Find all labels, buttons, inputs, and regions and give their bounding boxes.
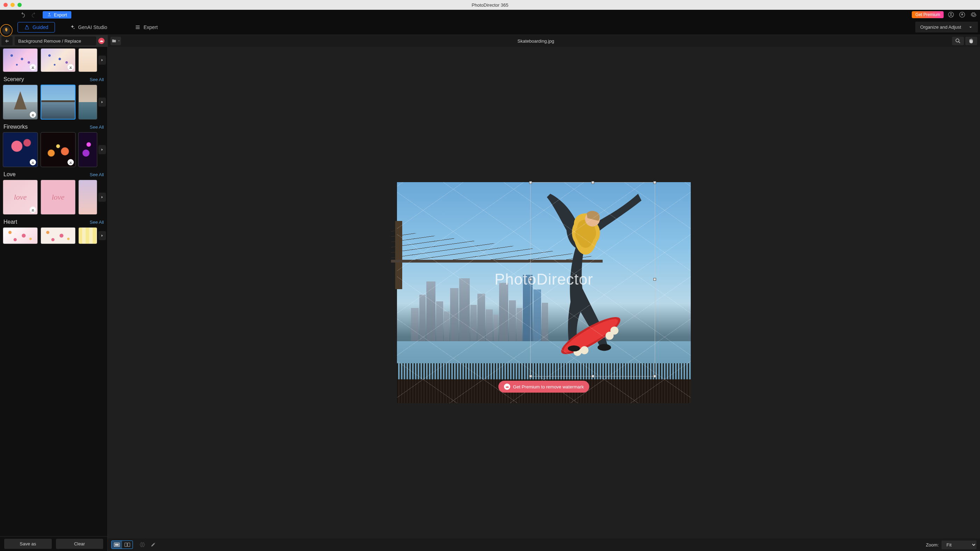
download-icon — [30, 64, 36, 70]
bg-thumb-fireworks-purple[interactable] — [78, 132, 97, 167]
selection-handle-n[interactable] — [592, 181, 594, 184]
sidebar-title: Background Remove / Replace — [15, 37, 96, 46]
svg-point-3 — [27, 25, 28, 26]
window-zoom[interactable] — [18, 3, 22, 7]
clear-button[interactable]: Clear — [56, 539, 103, 549]
zoom-label: Zoom: — [926, 542, 939, 548]
row-next-button[interactable] — [98, 193, 106, 202]
export-button-label: Export — [54, 12, 67, 17]
top-toolbar: Export Get Premium — [0, 10, 980, 19]
premium-crown-badge — [98, 38, 105, 44]
view-mode-toggle — [111, 540, 133, 549]
view-single[interactable] — [111, 541, 122, 549]
svg-point-4 — [956, 39, 959, 42]
see-all-link[interactable]: See All — [90, 124, 104, 130]
tab-genai-studio[interactable]: GenAI Studio — [63, 22, 113, 32]
image-preview[interactable]: PhotoDirector Get Premium to remove wa — [397, 182, 691, 403]
selection-handle-ne[interactable] — [653, 181, 656, 184]
row-next-button[interactable] — [98, 98, 106, 106]
account-icon[interactable] — [947, 11, 955, 19]
chevron-down-icon — [968, 25, 973, 30]
tab-expert-label: Expert — [143, 24, 158, 30]
selection-box[interactable] — [530, 182, 655, 376]
window-title: PhotoDirector 365 — [0, 2, 980, 8]
bg-thumb-love-pastel[interactable] — [78, 180, 97, 215]
bg-thumb-venice-canal[interactable] — [78, 84, 97, 119]
svg-point-1 — [950, 13, 952, 15]
row-next-button[interactable] — [98, 145, 106, 154]
tab-guided-label: Guided — [32, 24, 48, 30]
bg-thumb-love-script-2[interactable]: love — [41, 180, 76, 215]
bg-thumb-fireworks-gold[interactable] — [41, 132, 76, 167]
settings-icon[interactable] — [969, 11, 977, 19]
svg-rect-16 — [125, 543, 127, 547]
crown-icon — [504, 384, 510, 390]
selection-handle-nw[interactable] — [529, 181, 532, 184]
svg-rect-15 — [115, 544, 119, 546]
download-icon — [67, 64, 74, 70]
download-icon — [30, 206, 36, 213]
tab-expert[interactable]: Expert — [129, 22, 164, 32]
selection-handle-s[interactable] — [592, 375, 594, 378]
canvas-body[interactable]: PhotoDirector Get Premium to remove wa — [108, 47, 980, 538]
tab-genai-label: GenAI Studio — [78, 24, 107, 30]
row-next-button[interactable] — [98, 56, 106, 65]
back-button[interactable] — [2, 37, 13, 46]
canvas-footer: Zoom: Fit — [108, 538, 980, 551]
eyedropper-button[interactable] — [149, 541, 157, 549]
export-button[interactable]: Export — [43, 11, 72, 19]
download-icon — [67, 159, 74, 165]
app-logo[interactable] — [0, 24, 13, 37]
view-split[interactable] — [122, 541, 132, 549]
premium-nag-label: Get Premium to remove watermark — [513, 384, 584, 389]
selection-handle-w[interactable] — [529, 278, 532, 281]
category-name: Heart — [3, 219, 17, 225]
redo-button[interactable] — [30, 11, 38, 19]
zoom-select[interactable]: Fit — [942, 540, 977, 549]
bg-thumb-butterfly-warm[interactable] — [78, 48, 97, 72]
bg-thumb-hearts-stripe[interactable] — [78, 227, 97, 244]
bg-thumb-love-script-1[interactable]: love — [3, 180, 38, 215]
sidebar-scroll[interactable]: Scenery See AllFireworks See AllLove See… — [0, 47, 107, 536]
notifications-icon[interactable] — [958, 11, 966, 19]
see-all-link[interactable]: See All — [90, 172, 104, 177]
category-name: Scenery — [3, 76, 24, 83]
bg-thumb-butterfly-sky-1[interactable] — [3, 48, 38, 72]
download-icon — [30, 111, 36, 118]
mode-tabbar: Guided GenAI Studio Expert Organize and … — [0, 19, 980, 35]
see-all-link[interactable]: See All — [90, 219, 104, 225]
download-icon — [30, 159, 36, 165]
current-filename: Skateboarding.jpg — [121, 38, 951, 44]
bg-thumb-fireworks-hearts[interactable] — [3, 132, 38, 167]
flip-button[interactable] — [138, 541, 146, 549]
bg-thumb-hearts-pink[interactable] — [3, 227, 38, 244]
svg-rect-17 — [128, 543, 130, 547]
premium-watermark-nag[interactable]: Get Premium to remove watermark — [498, 381, 589, 393]
tab-guided[interactable]: Guided — [18, 22, 55, 33]
undo-button[interactable] — [19, 11, 27, 19]
bg-thumb-hearts-cream[interactable] — [41, 227, 76, 244]
window-minimize[interactable] — [11, 3, 15, 7]
selection-handle-e[interactable] — [653, 278, 656, 281]
window-titlebar: PhotoDirector 365 — [0, 0, 980, 10]
row-next-button[interactable] — [98, 231, 106, 240]
bg-thumb-butterfly-sky-2[interactable] — [41, 48, 76, 72]
bg-thumb-city-bridge[interactable] — [41, 84, 76, 119]
zoom-tool-button[interactable] — [952, 37, 964, 45]
organize-and-adjust-button[interactable]: Organize and Adjust — [915, 22, 978, 33]
window-close[interactable] — [3, 3, 8, 7]
see-all-link[interactable]: See All — [90, 77, 104, 82]
save-as-button[interactable]: Save as — [4, 539, 52, 549]
pan-tool-button[interactable] — [965, 37, 977, 45]
get-premium-button[interactable]: Get Premium — [912, 11, 943, 18]
organize-button-label: Organize and Adjust — [920, 24, 961, 30]
category-name: Love — [3, 171, 16, 178]
bg-thumb-eiffel-tower[interactable] — [3, 84, 38, 119]
selection-handle-se[interactable] — [653, 375, 656, 378]
canvas-header: Skateboarding.jpg — [108, 35, 980, 47]
category-name: Fireworks — [3, 124, 28, 130]
sidebar: Background Remove / Replace Scenery See … — [0, 35, 108, 551]
selection-handle-sw[interactable] — [529, 375, 532, 378]
open-folder-button[interactable] — [111, 37, 121, 45]
